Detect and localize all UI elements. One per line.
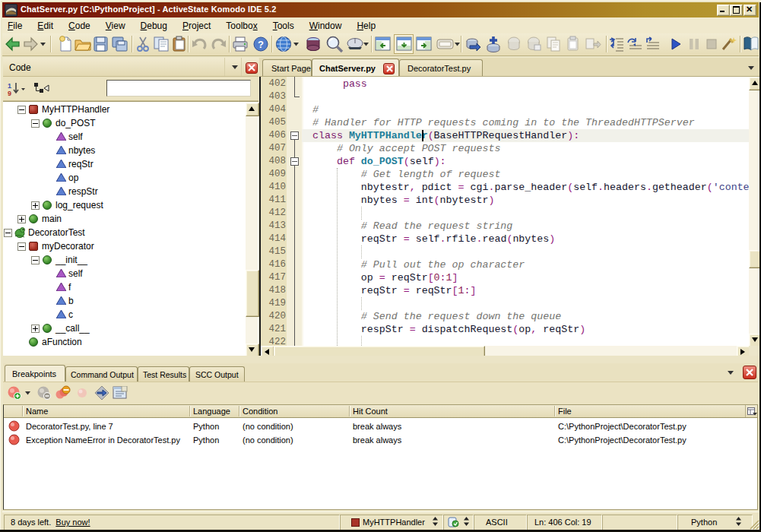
svg-text:?: ? bbox=[258, 39, 264, 50]
svg-text:9: 9 bbox=[8, 90, 11, 97]
svg-text:1: 1 bbox=[8, 82, 11, 90]
